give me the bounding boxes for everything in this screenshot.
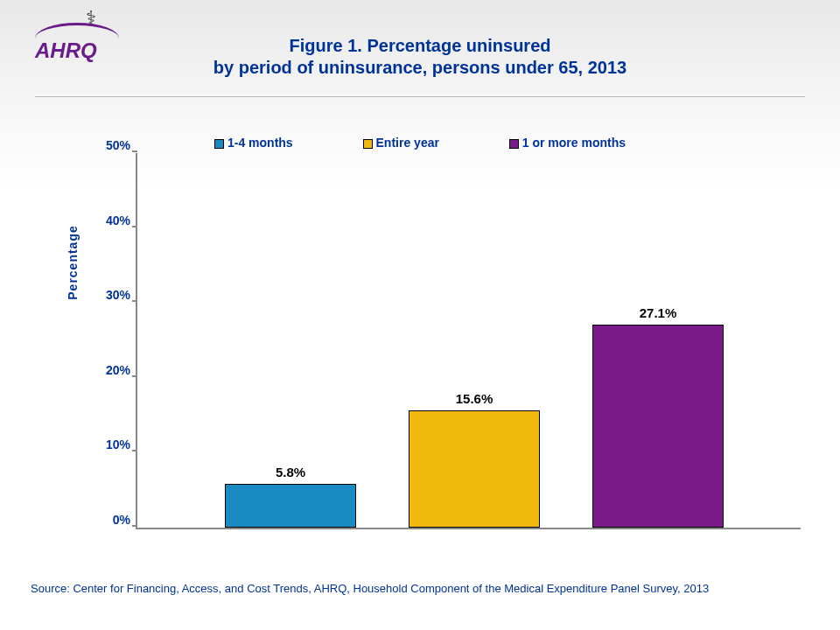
chart-area: 0% 10% 20% 30% 40% 50% 5.8% 15.6% 27.1% <box>101 131 801 551</box>
title-line-2: by period of uninsurance, persons under … <box>214 58 626 77</box>
plot-area: 0% 10% 20% 30% 40% 50% 5.8% 15.6% 27.1% <box>136 153 801 529</box>
bar-value-label: 5.8% <box>276 465 305 480</box>
chart-title: Figure 1. Percentage uninsured by period… <box>0 35 840 79</box>
y-tick-mark <box>132 226 137 228</box>
header-divider <box>35 96 805 97</box>
title-line-1: Figure 1. Percentage uninsured <box>290 36 551 55</box>
bar-entire-year: 15.6% <box>409 410 540 528</box>
source-citation: Source: Center for Financing, Access, an… <box>31 582 709 595</box>
y-axis-label: Percentage <box>66 225 80 299</box>
y-tick-mark <box>132 150 137 152</box>
y-tick-mark <box>132 375 137 377</box>
bar-1-or-more-months: 27.1% <box>592 325 724 528</box>
y-tick-mark <box>132 525 137 527</box>
y-tick-mark <box>132 300 137 302</box>
y-tick-mark <box>132 450 137 452</box>
bar-value-label: 15.6% <box>456 391 494 406</box>
bar-value-label: 27.1% <box>640 305 677 320</box>
bar-1-4-months: 5.8% <box>225 484 356 528</box>
